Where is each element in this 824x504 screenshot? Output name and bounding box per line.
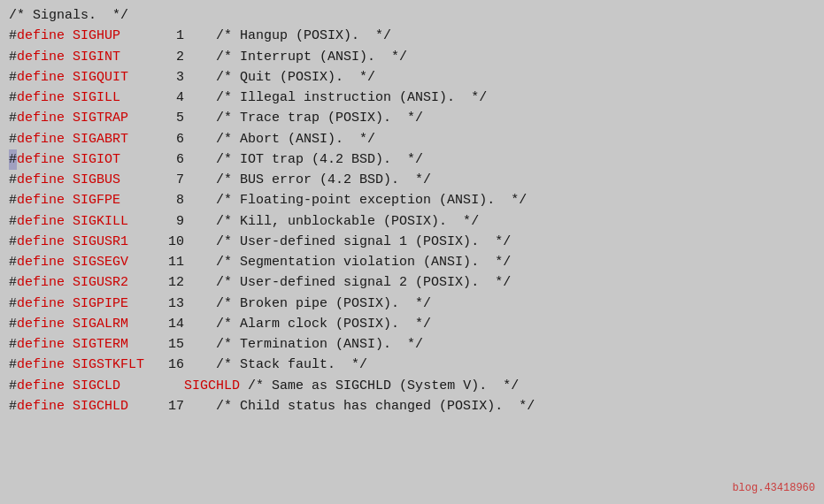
hash-char: # <box>9 129 17 149</box>
signal-comment: /* Alarm clock (POSIX). */ <box>216 314 431 334</box>
signal-num: 7 <box>152 170 216 190</box>
signal-comment: /* Stack fault. */ <box>216 355 367 375</box>
code-line: #define SIGTERM 15 /* Termination (ANSI)… <box>9 334 815 355</box>
hash-char: # <box>9 376 17 396</box>
hash-char: # <box>9 334 17 355</box>
signal-num: 12 <box>152 272 216 293</box>
hash-char: # <box>9 170 17 190</box>
signal-comment: /* Segmentation violation (ANSI). */ <box>216 252 511 272</box>
signal-num: 15 <box>152 334 216 355</box>
signal-name: SIGABRT <box>65 129 152 149</box>
hash-char: # <box>9 232 17 252</box>
signal-num: 16 <box>152 355 216 375</box>
code-line: #define SIGBUS 7 /* BUS error (4.2 BSD).… <box>9 170 815 190</box>
define-keyword: define <box>17 129 65 149</box>
code-line: #define SIGINT 2 /* Interrupt (ANSI). */ <box>9 47 815 67</box>
signal-comment: /* Abort (ANSI). */ <box>216 129 375 149</box>
signal-name: SIGUSR2 <box>65 272 152 293</box>
define-keyword: define <box>17 26 65 46</box>
define-keyword: define <box>17 170 65 190</box>
hash-char: # <box>9 272 17 293</box>
code-line: #define SIGQUIT 3 /* Quit (POSIX). */ <box>9 67 815 88</box>
code-line: #define SIGUSR2 12 /* User-defined signa… <box>9 272 815 293</box>
hash-char: # <box>9 67 17 88</box>
code-line: #define SIGUSR1 10 /* User-defined signa… <box>9 232 815 252</box>
define-keyword: define <box>17 67 65 88</box>
signal-num: SIGCHLD <box>152 376 248 396</box>
signal-name: SIGCLD <box>65 376 152 396</box>
signal-name: SIGSTKFLT <box>65 355 152 375</box>
signal-name: SIGILL <box>65 88 152 108</box>
signal-num: 4 <box>152 88 216 108</box>
signal-name: SIGSEGV <box>65 252 152 272</box>
define-keyword: define <box>17 232 65 252</box>
define-keyword: define <box>17 272 65 293</box>
hash-char: # <box>9 355 17 375</box>
hash-char: # <box>9 190 17 210</box>
watermark: blog.43418960 <box>732 480 815 497</box>
signal-num: 13 <box>152 294 216 314</box>
signal-comment: /* Hangup (POSIX). */ <box>216 26 391 46</box>
define-keyword: define <box>17 294 65 314</box>
hash-char: # <box>9 252 17 272</box>
signal-comment: /* Trace trap (POSIX). */ <box>216 108 423 128</box>
code-line: #define SIGILL 4 /* Illegal instruction … <box>9 88 815 108</box>
define-keyword: define <box>17 108 65 128</box>
signal-comment: /* User-defined signal 2 (POSIX). */ <box>216 272 511 293</box>
signal-num: 1 <box>152 26 216 46</box>
define-keyword: define <box>17 334 65 355</box>
define-keyword: define <box>17 149 65 170</box>
signal-comment: /* Child status has changed (POSIX). */ <box>216 396 535 416</box>
code-line: #define SIGCHLD 17 /* Child status has c… <box>9 396 815 416</box>
hash-char: # <box>9 396 17 416</box>
define-keyword: define <box>17 190 65 210</box>
signal-comment: /* BUS error (4.2 BSD). */ <box>216 170 431 190</box>
hash-char: # <box>9 108 17 128</box>
signal-num: 11 <box>152 252 216 272</box>
signal-num: 17 <box>152 396 216 416</box>
signal-name: SIGHUP <box>65 26 152 46</box>
hash-char: # <box>9 294 17 314</box>
comment-header-line: /* Signals. */ <box>9 5 815 26</box>
signal-comment: /* Illegal instruction (ANSI). */ <box>216 88 487 108</box>
signal-comment: /* IOT trap (4.2 BSD). */ <box>216 149 423 170</box>
signal-num: 14 <box>152 314 216 334</box>
signal-num: 3 <box>152 67 216 88</box>
signal-name: SIGIOT <box>65 149 152 170</box>
code-line: #define SIGSTKFLT 16 /* Stack fault. */ <box>9 355 815 375</box>
code-line: #define SIGKILL 9 /* Kill, unblockable (… <box>9 211 815 232</box>
hash-char: # <box>9 47 17 67</box>
define-keyword: define <box>17 314 65 334</box>
code-line: #define SIGTRAP 5 /* Trace trap (POSIX).… <box>9 108 815 128</box>
code-line: #define SIGABRT 6 /* Abort (ANSI). */ <box>9 129 815 149</box>
signal-comment: /* Interrupt (ANSI). */ <box>216 47 407 67</box>
code-line: #define SIGCLD SIGCHLD /* Same as SIGCHL… <box>9 376 815 396</box>
signal-num: 6 <box>152 149 216 170</box>
define-keyword: define <box>17 252 65 272</box>
signal-name: SIGINT <box>65 47 152 67</box>
signal-name: SIGKILL <box>65 211 152 232</box>
define-keyword: define <box>17 47 65 67</box>
signal-name: SIGTERM <box>65 334 152 355</box>
hash-char: # <box>9 26 17 46</box>
code-line: #define SIGHUP 1 /* Hangup (POSIX). */ <box>9 26 815 46</box>
signal-name: SIGTRAP <box>65 108 152 128</box>
signal-name: SIGQUIT <box>65 67 152 88</box>
highlighted-hash: # <box>9 149 17 170</box>
signal-comment: /* Quit (POSIX). */ <box>216 67 375 88</box>
hash-char: # <box>9 314 17 334</box>
signal-comment: /* Broken pipe (POSIX). */ <box>216 294 431 314</box>
signal-num: 5 <box>152 108 216 128</box>
code-line: #define SIGSEGV 11 /* Segmentation viola… <box>9 252 815 272</box>
define-keyword: define <box>17 88 65 108</box>
signal-comment: /* Kill, unblockable (POSIX). */ <box>216 211 479 232</box>
signal-comment: /* Same as SIGCHLD (System V). */ <box>248 376 519 396</box>
define-keyword: define <box>17 211 65 232</box>
code-line: #define SIGIOT 6 /* IOT trap (4.2 BSD). … <box>9 149 815 170</box>
code-block: /* Signals. */ #define SIGHUP 1 /* Hangu… <box>0 0 824 504</box>
comment-header: /* Signals. */ <box>9 5 128 26</box>
signal-name: SIGFPE <box>65 190 152 210</box>
signal-num: 6 <box>152 129 216 149</box>
define-keyword: define <box>17 355 65 375</box>
hash-char: # <box>9 88 17 108</box>
